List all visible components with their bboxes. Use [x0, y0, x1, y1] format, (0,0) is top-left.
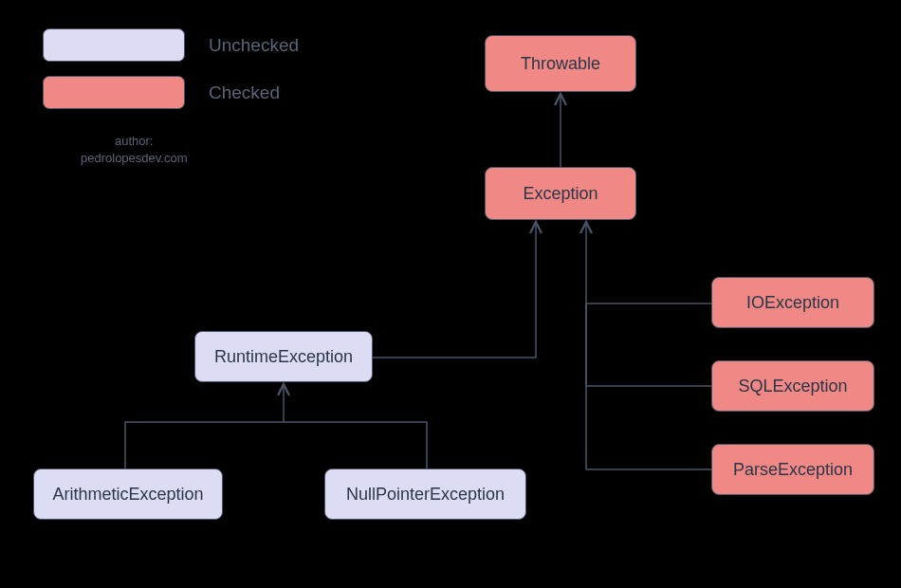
node-arithmetic-exception-label: ArithmeticException: [52, 485, 203, 505]
legend-swatch-checked: [43, 76, 185, 109]
node-io-exception: IOException: [711, 277, 874, 328]
author-line2: pedrolopesdev.com: [81, 151, 188, 165]
node-exception-label: Exception: [523, 184, 598, 204]
node-nullpointer-exception-label: NullPointerException: [346, 485, 505, 505]
author-line1: author:: [115, 134, 153, 148]
node-arithmetic-exception: ArithmeticException: [33, 469, 223, 520]
node-io-exception-label: IOException: [746, 293, 839, 313]
legend-label-unchecked: Unchecked: [209, 35, 299, 56]
legend-label-checked: Checked: [209, 83, 280, 103]
node-parse-exception-label: ParseException: [733, 460, 853, 480]
node-sql-exception-label: SQLException: [738, 377, 847, 396]
node-runtime-exception-label: RuntimeException: [214, 347, 353, 367]
node-parse-exception: ParseException: [711, 444, 874, 495]
node-runtime-exception: RuntimeException: [194, 331, 373, 382]
node-exception: Exception: [485, 167, 636, 220]
legend-swatch-unchecked: [43, 28, 185, 62]
author-credit: author: pedrolopesdev.com: [81, 133, 188, 167]
node-throwable-label: Throwable: [521, 54, 600, 74]
node-throwable: Throwable: [485, 35, 636, 92]
node-nullpointer-exception: NullPointerException: [324, 469, 526, 520]
node-sql-exception: SQLException: [711, 360, 874, 412]
